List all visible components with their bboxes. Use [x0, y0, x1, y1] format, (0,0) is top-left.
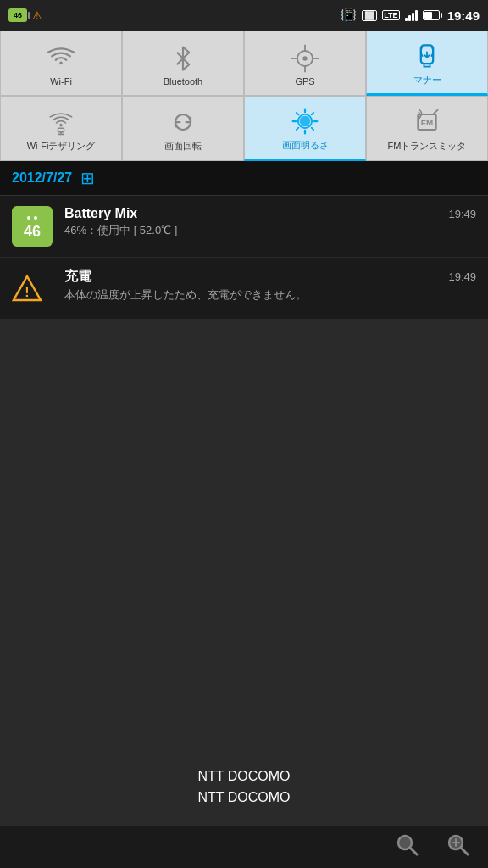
svg-line-31 [410, 848, 417, 854]
battery-mix-content: Battery Mix 19:49 46%：使用中 [ 52.0℃ ] [64, 206, 476, 238]
toggle-bluetooth[interactable]: Bluetooth [122, 31, 244, 96]
toggle-gps[interactable]: GPS [244, 31, 366, 96]
date-header: 2012/7/27 ⊞ [0, 161, 488, 196]
settings-adjust-icon[interactable]: ⊞ [80, 168, 95, 188]
gps-icon [286, 42, 324, 75]
bluetooth-icon [164, 42, 202, 75]
bottom-area: NTT DOCOMO NTT DOCOMO [0, 740, 488, 868]
rotate-icon [164, 106, 202, 138]
svg-line-17 [312, 128, 314, 131]
svg-line-33 [461, 848, 468, 854]
toggle-row-2: Wi-Fiテザリング 画面回転 [0, 96, 488, 161]
bluetooth-label: Bluetooth [164, 76, 202, 86]
svg-rect-7 [58, 128, 64, 132]
nav-bar [0, 826, 488, 868]
svg-line-22 [433, 110, 437, 114]
svg-point-25 [34, 216, 37, 220]
signal-bars [405, 9, 418, 21]
svg-line-27 [37, 210, 40, 213]
charging-warning-time: 19:49 [448, 270, 476, 283]
battery-mix-icon-wrap: 46 [12, 206, 53, 247]
svg-point-24 [27, 216, 30, 220]
charging-warning-body: 本体の温度が上昇したため、充電ができません。 [64, 287, 476, 303]
battery-icon [423, 10, 442, 20]
carrier-line2: NTT DOCOMO [0, 787, 488, 809]
wifi-label: Wi-Fi [50, 76, 72, 86]
battery-mix-title-row: Battery Mix 19:49 [64, 206, 476, 221]
wifi-icon [42, 42, 80, 75]
status-right-icons: 📳 ⬜ LTE 19:49 [341, 8, 480, 23]
android-head-icon [20, 209, 44, 223]
wifi-tethering-label: Wi-Fiテザリング [27, 140, 96, 153]
time-display: 19:49 [447, 8, 480, 23]
brightness-label: 画面明るさ [282, 139, 329, 152]
nfc-icon: 📳 [341, 8, 357, 23]
notification-battery-mix[interactable]: 46 Battery Mix 19:49 46%：使用中 [ 52.0℃ ] [0, 196, 488, 258]
warning-icon-wrap: ! [12, 268, 53, 309]
status-bar: 46 ⚠ 📳 ⬜ LTE 19:49 [0, 0, 488, 31]
svg-point-5 [302, 56, 307, 60]
gps-label: GPS [295, 76, 314, 86]
charging-warning-title-row: 充電 19:49 [64, 268, 476, 286]
charging-warning-title: 充電 [64, 268, 92, 286]
svg-point-10 [300, 116, 311, 127]
rotate-label: 画面回転 [164, 140, 202, 153]
warning-triangle-icon: ! [12, 273, 42, 303]
battery-number-display: 46 [24, 224, 41, 239]
notification-charging-warning[interactable]: ! 充電 19:49 本体の温度が上昇したため、充電ができません。 [0, 258, 488, 320]
toggle-rotate[interactable]: 画面回転 [122, 96, 244, 161]
notification-area: 2012/7/27 ⊞ 46 Battery Mix 19:49 [0, 161, 488, 320]
manner-label: マナー [413, 74, 441, 86]
battery-mix-body: 46%：使用中 [ 52.0℃ ] [64, 223, 476, 238]
svg-line-26 [25, 210, 27, 213]
date-text: 2012/7/27 [12, 170, 72, 186]
sim-icon: ⬜ [362, 10, 377, 21]
toggle-row-1: Wi-Fi Bluetooth [0, 31, 488, 96]
manner-icon [408, 40, 446, 72]
toggle-wifi-tethering[interactable]: Wi-Fiテザリング [0, 96, 122, 161]
wifi-tethering-icon [42, 106, 80, 138]
lte-badge: LTE [382, 10, 399, 20]
battery-mix-icon: 46 [12, 206, 53, 247]
search-nav-button[interactable] [395, 832, 420, 863]
svg-line-19 [297, 128, 299, 131]
warning-icon: ⚠ [32, 9, 42, 22]
toggle-wifi[interactable]: Wi-Fi [0, 31, 122, 96]
svg-line-16 [297, 113, 299, 115]
battery-level-badge: 46 [8, 8, 27, 22]
brightness-icon [286, 105, 324, 137]
svg-point-23 [24, 211, 41, 223]
toggle-fm[interactable]: FM FMトランスミッタ [366, 96, 488, 161]
svg-text:!: ! [25, 285, 29, 299]
carrier-display: NTT DOCOMO NTT DOCOMO [0, 740, 488, 826]
svg-text:FM: FM [421, 118, 433, 127]
battery-mix-title: Battery Mix [64, 206, 137, 221]
svg-line-18 [312, 113, 314, 115]
fm-icon: FM [408, 106, 446, 138]
carrier-line1: NTT DOCOMO [0, 765, 488, 787]
charging-warning-content: 充電 19:49 本体の温度が上昇したため、充電ができません。 [64, 268, 476, 303]
fm-label: FMトランスミッタ [388, 140, 467, 153]
toggle-brightness[interactable]: 画面明るさ [244, 96, 366, 161]
battery-mix-time: 19:49 [448, 208, 476, 220]
toggle-manner[interactable]: マナー [366, 31, 488, 96]
quick-panel: Wi-Fi Bluetooth [0, 31, 488, 161]
status-left-icons: 46 ⚠ [8, 8, 42, 22]
zoom-nav-button[interactable] [446, 832, 471, 863]
battery-number: 46 [14, 11, 22, 19]
main-dark-area [0, 320, 488, 608]
